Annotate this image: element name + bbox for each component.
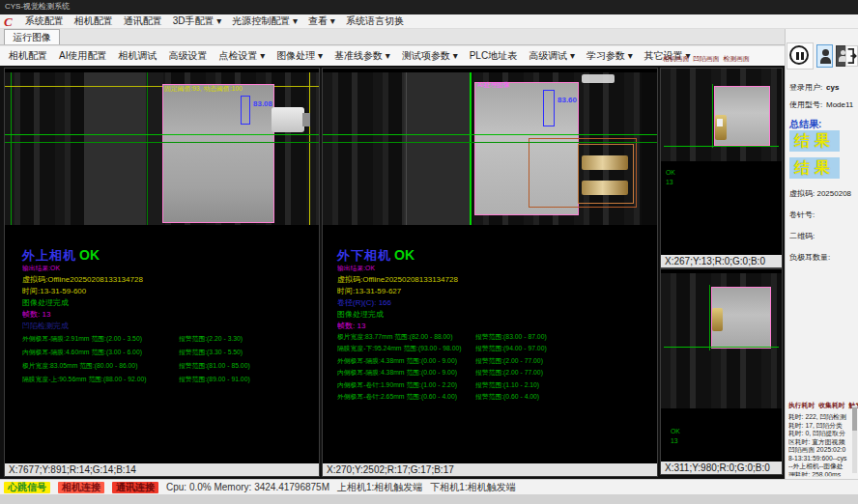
overlay-green-vline [712, 84, 713, 148]
tab-run-image[interactable]: 运行图像 [4, 29, 60, 44]
qr-code-label: 二维码: [789, 232, 815, 241]
main-area: 固定阈值:93, 动态阈值:100 83.08 外上相机OK 输出结果:OK 虚… [0, 66, 785, 479]
right-sidebar: 登录用户: cys 使用型号: Mode11 总结果: 结果 结果 虚拟码: 2… [785, 29, 858, 479]
frame-count-line: 帧数: 13 [22, 310, 50, 320]
tab-glow [582, 181, 628, 195]
lower-camera-status: 下相机1:相机触发端 [430, 481, 515, 494]
alarm-range: 报警范围:(83.00 - 87.00) [475, 333, 547, 340]
upper-camera-status: 上相机1:相机触发端 [337, 481, 422, 494]
left-camera-image[interactable]: 固定阈值:93, 动态阈值:100 83.08 [5, 72, 319, 225]
tool-plc-address-table[interactable]: PLC地址表 [470, 49, 517, 63]
camera-result-title: 外上相机OK [22, 247, 100, 265]
menu-comm-config[interactable]: 通讯配置 [124, 14, 162, 28]
gripper-part [272, 107, 304, 132]
heartbeat-badge: 心跳信号 [4, 482, 50, 493]
overlay-green-vline [470, 72, 472, 225]
view-tab-camera[interactable]: 相机画面 [663, 55, 689, 62]
window-title: CYS-视觉检测系统 [5, 2, 70, 12]
threshold-label: 固定阈值:93, 动态阈值:100 [164, 85, 243, 92]
time-line: 时间:13-31-59-600 [22, 287, 86, 296]
overlay-green-hline [664, 347, 779, 348]
alarm-range: 报警范围:(81.00 - 85.00) [179, 362, 250, 369]
barcode-line: 虚拟码:Offline20250208133134728 [337, 275, 458, 285]
center-camera-panel: AI处理图像 83.60 外下相机OK 输出结果:OK 虚拟码:Offline2… [322, 68, 658, 477]
menu-view[interactable]: 查看 ▾ [308, 14, 335, 28]
view-tab-dent[interactable]: 凹陷画面 [693, 55, 719, 62]
result-display-1: 结果 [789, 130, 840, 152]
alarm-range: 报警范围:(0.60 - 4.00) [475, 393, 539, 400]
menu-robot-config[interactable]: 3D手配置 ▾ [173, 14, 222, 28]
measure-box [241, 96, 250, 125]
window-bottom-edge [0, 494, 858, 504]
tab-count-label: 负极耳数量: [789, 253, 830, 263]
machine-edge [406, 72, 407, 225]
tool-learning-params[interactable]: 学习参数 ▾ [586, 49, 633, 63]
measurement-row: 外侧极耳-隔膜:2.91mm 范围:(2.00 - 3.50) [22, 335, 142, 342]
tool-camera-debug[interactable]: 相机调试 [118, 49, 157, 63]
glare-spot [582, 74, 615, 83]
stats-scrollbar[interactable] [852, 406, 857, 473]
sidebar-barcode: 虚拟码: 20250208 [789, 189, 851, 199]
overlay-green-hline [5, 142, 319, 143]
menu-camera-config[interactable]: 相机配置 [74, 14, 113, 28]
stats-body: 耗时: 222, 凹陷检测耗时: 17, 凹陷分类耗时: 0, 凹陷提取分区耗时… [788, 413, 847, 476]
camera-connection-badge: 相机连接 [58, 482, 104, 493]
user-icon-body [820, 57, 831, 64]
pixel-info-strip: X:311;Y:980;R:0;G:0;B:0 [661, 462, 782, 474]
barcode-line: 虚拟码:Offline20250208133134728 [22, 275, 143, 285]
measure-value-label: 83.60 [558, 96, 577, 105]
thumb-status-line: 13 [671, 437, 678, 444]
measurement-row: 隔膜宽度-下:95.24mm 范围:(93.00 - 98.00) [337, 345, 461, 351]
overlay-green-hline [664, 146, 779, 147]
thumb-top-image[interactable] [661, 69, 782, 161]
menu-light-config[interactable]: 光源控制配置 ▾ [232, 14, 298, 28]
tab-glow [712, 308, 723, 331]
pause-button[interactable] [786, 42, 814, 70]
exit-button[interactable] [845, 45, 858, 67]
tool-baseline-params[interactable]: 基准线参数 ▾ [334, 49, 390, 63]
stats-tab-exec[interactable]: 执行耗时 [788, 402, 815, 408]
tool-ai-usage-config[interactable]: AI使用配置 [59, 49, 106, 63]
tool-advanced-debug[interactable]: 高级调试 ▾ [529, 49, 575, 63]
thumb-top-panel: OK 13 X:267;Y:13;R:0;G:0;B:0 [660, 68, 783, 268]
overlay-yellow-vline [309, 72, 310, 225]
alarm-range: 报警范围:(2.00 - 77.00) [475, 369, 543, 376]
measurement-row: 内侧极耳-隔膜:4.60mm 范围:(3.00 - 6.00) [22, 349, 142, 355]
measure-value-label: 83.08 [253, 99, 272, 109]
tool-image-processing[interactable]: 图像处理 ▾ [276, 49, 323, 63]
title-bar: CYS-视觉检测系统 [0, 0, 858, 14]
tool-test-params[interactable]: 测试项参数 ▾ [402, 49, 458, 63]
measurement-row: 极片宽度:83.77mm 范围:(82.00 - 88.00) [337, 333, 452, 340]
result-ok-badge: OK [394, 247, 415, 263]
measurement-row: 内侧极耳-卷针:1.90mm 范围:(1.00 - 2.20) [337, 381, 457, 388]
menu-language-switch[interactable]: 系统语言切换 [346, 14, 404, 28]
thumb-bottom-image[interactable] [661, 273, 782, 408]
menu-system-config[interactable]: 系统配置 [25, 14, 64, 28]
frame-count-line: 帧数: 13 [337, 322, 365, 331]
stats-tab-collect[interactable]: 收集耗时 [818, 402, 844, 408]
overlay-green-vline [11, 72, 12, 225]
measurement-row: 外侧极耳-卷针:2.65mm 范围:(0.60 - 4.00) [337, 393, 457, 400]
overlay-green-hline [323, 142, 657, 143]
alarm-range: 报警范围:(89.00 - 91.00) [179, 376, 250, 382]
user-mode-button[interactable] [816, 44, 833, 68]
center-camera-image[interactable]: AI处理图像 83.60 [323, 72, 657, 225]
left-camera-panel: 固定阈值:93, 动态阈值:100 83.08 外上相机OK 输出结果:OK 虚… [4, 68, 320, 477]
tool-camera-config[interactable]: 相机配置 [9, 49, 47, 63]
output-result-line: 输出结果:OK [22, 265, 60, 271]
view-tab-detect[interactable]: 检测画面 [724, 55, 750, 62]
alarm-range: 报警范围:(3.30 - 5.50) [179, 349, 243, 355]
thumb-bottom-panel: OK 13 X:311;Y:980;R:0;G:0;B:0 [660, 268, 783, 475]
menu-bar: C 系统配置 相机配置 通讯配置 3D手配置 ▾ 光源控制配置 ▾ 查看 ▾ 系… [0, 14, 858, 29]
camera-name: 外上相机 [22, 248, 76, 263]
process-done-line: 图像处理完成 [337, 310, 384, 320]
measurement-row: 内侧极耳-隔膜:4.38mm 范围:(0.00 - 9.00) [337, 369, 457, 376]
process-done-line: 图像处理完成 [22, 298, 69, 308]
tool-spotcheck-settings[interactable]: 点检设置 ▾ [218, 49, 265, 63]
pixel-info-strip: X:270;Y:2502;R:17;G:17;B:17 [323, 463, 657, 476]
app-window: CYS-视觉检测系统 C 系统配置 相机配置 通讯配置 3D手配置 ▾ 光源控制… [0, 0, 858, 504]
alarm-range: 报警范围:(1.10 - 2.10) [475, 381, 539, 388]
stats-scrollbar-thumb[interactable] [852, 407, 857, 431]
overlay-green-hline [323, 134, 657, 135]
tool-advanced-settings[interactable]: 高级设置 [168, 49, 207, 63]
